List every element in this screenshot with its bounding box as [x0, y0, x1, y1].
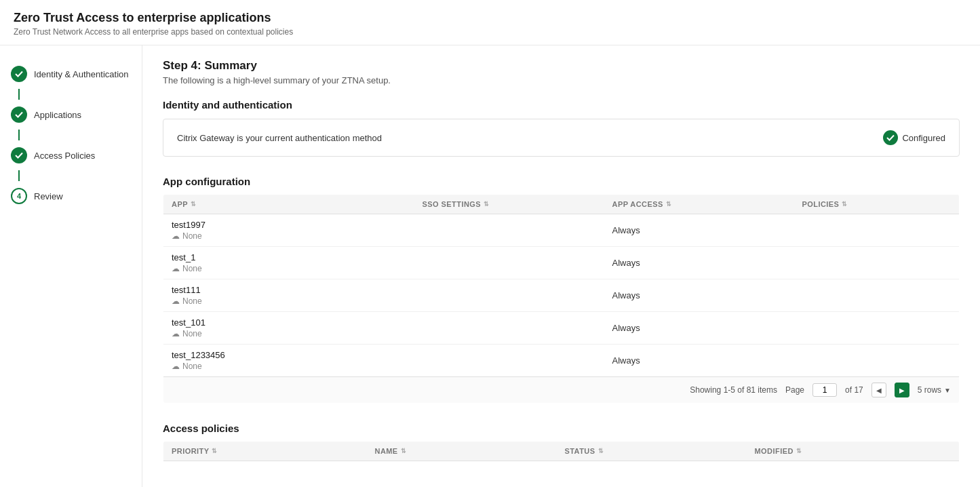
sso-value: None [182, 362, 202, 371]
col-header-policies[interactable]: POLICIES ⇅ [794, 195, 960, 214]
col-header-name[interactable]: NAME ⇅ [367, 442, 557, 461]
sort-icon-access: ⇅ [666, 201, 671, 208]
page-label: Page [785, 385, 804, 395]
table-row: test111 ☁ None Always [163, 279, 960, 312]
sort-icon-name: ⇅ [401, 448, 406, 454]
step-label-access-policies: Access Policies [34, 151, 95, 161]
next-page-button[interactable]: ▶ [895, 383, 909, 397]
rows-dropdown-icon: ▼ [944, 387, 951, 394]
sso-value: None [182, 231, 202, 241]
sso-cell [414, 279, 604, 312]
step-label-review: Review [34, 191, 63, 201]
app-sso: ☁ None [172, 329, 406, 338]
sort-icon-modified: ⇅ [796, 448, 802, 454]
sso-cell [414, 214, 604, 247]
col-header-priority[interactable]: PRIORITY ⇅ [163, 442, 367, 461]
app-cell: test1997 ☁ None [172, 220, 406, 241]
step-label-identity: Identity & Authentication [34, 69, 128, 79]
app-sso: ☁ None [172, 296, 406, 306]
sort-icon-policies: ⇅ [842, 201, 847, 208]
sort-icon-priority: ⇅ [212, 448, 217, 454]
app-name: test1997 [172, 220, 406, 230]
sso-cell [414, 247, 604, 279]
sidebar-step-review[interactable]: 4 Review [0, 181, 142, 211]
prev-page-button[interactable]: ◀ [871, 383, 886, 397]
app-sso: ☁ None [172, 231, 406, 241]
app-subtitle: Zero Trust Network Access to all enterpr… [14, 27, 966, 37]
access-table-header-row: PRIORITY ⇅ NAME ⇅ STATUS [163, 442, 960, 461]
app-name: test111 [172, 285, 406, 295]
app-config-section-title: App configuration [163, 176, 960, 187]
sidebar-step-access-policies[interactable]: Access Policies [0, 140, 142, 170]
policies-cell [794, 214, 960, 247]
sidebar-step-applications[interactable]: Applications [0, 100, 142, 130]
table-row: test_101 ☁ None Always [163, 312, 960, 345]
app-name: test_101 [172, 317, 406, 328]
step-connector-3 [18, 170, 20, 181]
configured-label: Configured [902, 133, 945, 143]
table-row: test1997 ☁ None Always [163, 214, 960, 247]
sort-icon-sso: ⇅ [484, 201, 489, 208]
access-cell: Always [604, 247, 794, 279]
step-icon-access-policies [11, 147, 27, 163]
col-header-access[interactable]: APP ACCESS ⇅ [604, 195, 794, 214]
rows-per-page-select[interactable]: 5 rows ▼ [918, 385, 951, 395]
app-table-header-row: APP ⇅ SSO SETTINGS ⇅ APP ACCESS ⇅ [163, 195, 960, 214]
step-connector-1 [18, 89, 20, 100]
step-header-title: Step 4: Summary [163, 59, 960, 73]
sso-value: None [182, 329, 202, 338]
col-header-modified[interactable]: MODIFIED ⇅ [747, 442, 960, 461]
policies-cell [794, 247, 960, 279]
step-header: Step 4: Summary The following is a high-… [163, 59, 960, 85]
col-header-app[interactable]: APP ⇅ [163, 195, 414, 214]
access-policies-table: PRIORITY ⇅ NAME ⇅ STATUS [163, 441, 960, 482]
app-name: test_1 [172, 252, 406, 262]
sort-icon-status: ⇅ [598, 448, 604, 454]
app-cell: test111 ☁ None [172, 285, 406, 306]
configured-check-icon [883, 130, 898, 145]
step-label-applications: Applications [34, 110, 81, 120]
sort-icon-app: ⇅ [191, 201, 196, 208]
cloud-icon: ☁ [172, 329, 180, 338]
cloud-icon: ☁ [172, 296, 180, 306]
of-pages: of 17 [845, 385, 863, 395]
sso-cell [414, 345, 604, 377]
configured-badge: Configured [883, 130, 945, 145]
col-header-status[interactable]: STATUS ⇅ [557, 442, 747, 461]
auth-card: Citrix Gateway is your current authentic… [163, 119, 960, 157]
sidebar-step-identity[interactable]: Identity & Authentication [0, 59, 142, 89]
app-title: Zero Trust Access to enterprise applicat… [14, 11, 966, 25]
table-row: test_1 ☁ None Always [163, 247, 960, 279]
policies-cell [794, 345, 960, 377]
cloud-icon: ☁ [172, 231, 180, 241]
step-header-description: The following is a high-level summary of… [163, 75, 960, 85]
app-config-table: APP ⇅ SSO SETTINGS ⇅ APP ACCESS ⇅ [163, 194, 960, 404]
app-sso: ☁ None [172, 264, 406, 273]
policies-cell [794, 279, 960, 312]
table-row: test_1233456 ☁ None Always [163, 345, 960, 377]
app-sso: ☁ None [172, 362, 406, 371]
step-connector-2 [18, 130, 20, 140]
app-cell: test_1233456 ☁ None [172, 350, 406, 371]
access-cell: Always [604, 214, 794, 247]
sso-value: None [182, 296, 202, 306]
app-name: test_1233456 [172, 350, 406, 360]
page-input[interactable] [812, 383, 837, 397]
sso-cell [414, 312, 604, 345]
step-icon-identity [11, 66, 27, 82]
access-policies-title: Access policies [163, 423, 960, 434]
step-icon-review: 4 [11, 188, 27, 204]
identity-section-title: Identity and authentication [163, 99, 960, 111]
main-layout: Identity & Authentication Applications A… [0, 45, 980, 487]
access-policies-section: Access policies PRIORITY ⇅ NAME [163, 423, 960, 482]
app-header: Zero Trust Access to enterprise applicat… [0, 0, 980, 45]
step-icon-applications [11, 106, 27, 123]
app-cell: test_101 ☁ None [172, 317, 406, 338]
policies-cell [794, 312, 960, 345]
col-header-sso[interactable]: SSO SETTINGS ⇅ [414, 195, 604, 214]
access-cell: Always [604, 312, 794, 345]
sso-value: None [182, 264, 202, 273]
table-footer: Showing 1-5 of 81 items Page of 17 ◀ ▶ 5… [163, 376, 959, 403]
cloud-icon: ☁ [172, 264, 180, 273]
main-content: Step 4: Summary The following is a high-… [142, 45, 980, 487]
